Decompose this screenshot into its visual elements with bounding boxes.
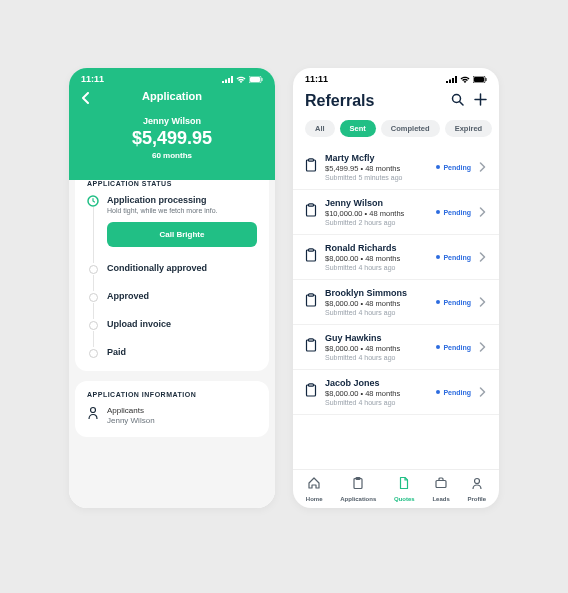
application-screen: 11:11 Application Jenny Wilson $5,499.95… (69, 68, 275, 508)
referral-meta: $5,499.95 • 48 months (325, 164, 428, 173)
application-header: 11:11 Application Jenny Wilson $5,499.95… (69, 68, 275, 180)
step-content: Application processing Hold tight, while… (107, 195, 257, 247)
status-bar: 11:11 (81, 68, 263, 88)
status-time: 11:11 (305, 74, 328, 84)
nav-label: Applications (340, 496, 376, 502)
applicants-row: Applicants Jenny Wilson (87, 406, 257, 425)
status-step: Conditionally approved (87, 263, 257, 291)
home-icon (307, 476, 321, 494)
clipboard-icon (351, 476, 365, 494)
application-amount: $5,499.95 (81, 128, 263, 149)
nav-label: Leads (432, 496, 449, 502)
header-title-row: Application (81, 90, 263, 102)
title-row: Referrals (305, 92, 487, 110)
referral-body: Jacob Jones $8,000.00 • 48 months Submit… (325, 378, 428, 406)
chevron-right-icon (479, 248, 487, 266)
svg-rect-3 (231, 76, 233, 83)
svg-rect-0 (222, 81, 224, 83)
referral-submitted: Submitted 4 hours ago (325, 399, 428, 406)
applicants-label: Applicants (107, 406, 155, 415)
chevron-right-icon (479, 338, 487, 356)
clipboard-icon (305, 203, 317, 221)
referral-name: Jacob Jones (325, 378, 428, 388)
clipboard-icon (305, 338, 317, 356)
nav-label: Quotes (394, 496, 415, 502)
nav-item-leads[interactable]: Leads (432, 476, 449, 502)
filter-chip-sent[interactable]: Sent (340, 120, 376, 137)
clipboard-icon (305, 158, 317, 176)
step-title: Upload invoice (107, 319, 171, 329)
step-title: Paid (107, 347, 126, 357)
filter-chip-expired[interactable]: Expired (445, 120, 493, 137)
page-title: Application (142, 90, 202, 102)
document-icon (397, 476, 411, 494)
svg-point-8 (91, 408, 96, 413)
signal-icon (222, 76, 233, 83)
nav-item-quotes[interactable]: Quotes (394, 476, 415, 502)
status-icons (222, 76, 263, 83)
status-step: Paid (87, 347, 257, 359)
applicant-name: Jenny Wilson (81, 116, 263, 126)
chevron-left-icon (81, 92, 91, 104)
back-button[interactable] (81, 90, 91, 108)
nav-item-home[interactable]: Home (306, 476, 323, 502)
nav-item-profile[interactable]: Profile (467, 476, 486, 502)
status-badge: Pending (436, 209, 471, 216)
chevron-right-icon (479, 203, 487, 221)
chevron-right-icon (479, 383, 487, 401)
nav-label: Profile (467, 496, 486, 502)
nav-label: Home (306, 496, 323, 502)
referral-row[interactable]: Ronald Richards $8,000.00 • 48 months Su… (293, 235, 499, 280)
step-marker (87, 319, 99, 331)
filter-chip-all[interactable]: All (305, 120, 335, 137)
referral-row[interactable]: Marty Mcfly $5,499.95 • 48 months Submit… (293, 145, 499, 190)
step-connector (93, 331, 94, 347)
status-time: 11:11 (81, 74, 104, 84)
wifi-icon (460, 76, 470, 83)
clipboard-icon (305, 383, 317, 401)
chevron-right-icon (479, 158, 487, 176)
svg-rect-22 (309, 249, 314, 251)
bottom-nav: HomeApplicationsQuotesLeadsProfile (293, 469, 499, 508)
filter-chip-completed[interactable]: Completed (381, 120, 440, 137)
status-bar: 11:11 (305, 68, 487, 88)
step-marker (87, 263, 99, 275)
referral-body: Brooklyn Simmons $8,000.00 • 48 months S… (325, 288, 428, 316)
add-button[interactable] (474, 92, 487, 110)
chevron-right-icon (479, 293, 487, 311)
application-term: 60 months (81, 151, 263, 160)
signal-icon (446, 76, 457, 83)
nav-item-applications[interactable]: Applications (340, 476, 376, 502)
step-title: Application processing (107, 195, 257, 205)
step-connector (93, 275, 94, 291)
clipboard-icon (305, 248, 317, 266)
status-badge: Pending (436, 164, 471, 171)
referral-row[interactable]: Brooklyn Simmons $8,000.00 • 48 months S… (293, 280, 499, 325)
status-card: APPLICATION STATUS Application processin… (75, 170, 269, 371)
header-actions (451, 92, 487, 110)
info-section-label: APPLICATION INFORMATION (87, 391, 257, 398)
referral-row[interactable]: Guy Hawkins $8,000.00 • 48 months Submit… (293, 325, 499, 370)
call-brighte-button[interactable]: Call Brighte (107, 222, 257, 247)
referral-row[interactable]: Jacob Jones $8,000.00 • 48 months Submit… (293, 370, 499, 415)
svg-rect-28 (309, 384, 314, 386)
search-button[interactable] (451, 92, 464, 110)
step-marker (87, 291, 99, 303)
svg-rect-12 (455, 76, 457, 83)
referral-name: Ronald Richards (325, 243, 428, 253)
referral-meta: $8,000.00 • 48 months (325, 254, 428, 263)
svg-rect-14 (474, 77, 484, 82)
referral-body: Marty Mcfly $5,499.95 • 48 months Submit… (325, 153, 428, 181)
battery-icon (249, 76, 263, 83)
referral-body: Guy Hawkins $8,000.00 • 48 months Submit… (325, 333, 428, 361)
status-step: Upload invoice (87, 319, 257, 347)
referral-meta: $8,000.00 • 48 months (325, 299, 428, 308)
svg-rect-15 (486, 78, 487, 81)
wifi-icon (236, 76, 246, 83)
svg-rect-1 (225, 79, 227, 83)
briefcase-icon (434, 476, 448, 494)
referral-row[interactable]: Jenny Wilson $10,000.00 • 48 months Subm… (293, 190, 499, 235)
referrals-list[interactable]: Marty Mcfly $5,499.95 • 48 months Submit… (293, 145, 499, 469)
step-title: Approved (107, 291, 149, 301)
svg-rect-2 (228, 78, 230, 83)
